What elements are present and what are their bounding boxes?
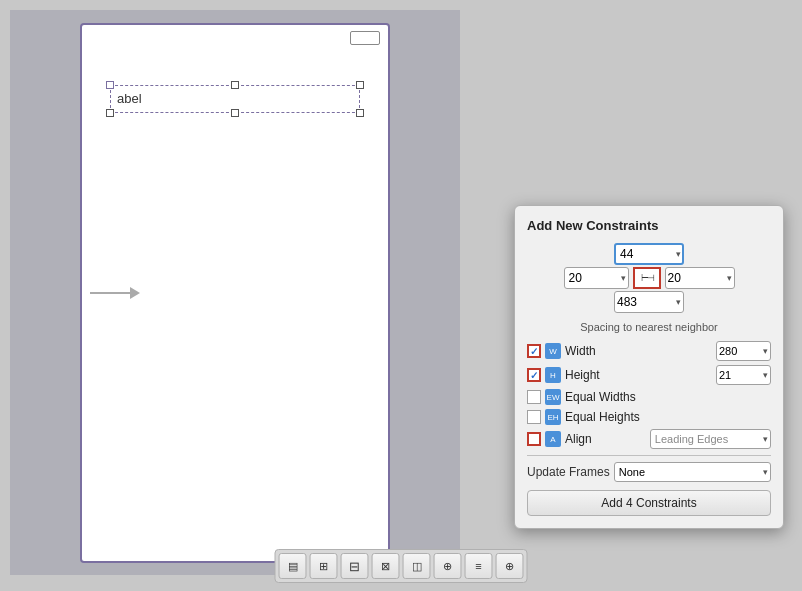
- equal-heights-label: Equal Heights: [565, 410, 771, 424]
- toolbar-btn-1[interactable]: ▤: [279, 553, 307, 579]
- toolbar-icon-6: ⊕: [443, 560, 452, 573]
- constraints-panel: Add New Constraints ⊢⊣ 20 483: [514, 205, 784, 529]
- align-select[interactable]: Leading Edges: [650, 429, 771, 449]
- spacing-left-input[interactable]: [564, 267, 629, 289]
- toolbar-icon-5: ◫: [412, 560, 422, 573]
- equal-widths-label: Equal Widths: [565, 390, 771, 404]
- label-text: abel: [117, 91, 142, 106]
- toolbar-btn-7[interactable]: ≡: [465, 553, 493, 579]
- toolbar-icon-1: ▤: [288, 560, 298, 573]
- height-checkbox[interactable]: [527, 368, 541, 382]
- equal-heights-checkbox[interactable]: [527, 410, 541, 424]
- update-frames-label: Update Frames: [527, 465, 610, 479]
- height-icon: H: [545, 367, 561, 383]
- update-frames-row: Update Frames None: [527, 462, 771, 482]
- spacing-bottom-select[interactable]: 483: [614, 291, 684, 313]
- constraint-height-row: H Height 21: [527, 365, 771, 385]
- constraint-equal-widths-row: EW Equal Widths: [527, 389, 771, 405]
- align-label: Align: [565, 432, 646, 446]
- panel-title: Add New Constraints: [527, 218, 771, 233]
- toolbar-btn-3[interactable]: ⊟: [341, 553, 369, 579]
- toolbar-btn-6[interactable]: ⊕: [434, 553, 462, 579]
- align-row: A Align Leading Edges: [527, 429, 771, 449]
- handle-bm: [231, 109, 239, 117]
- handle-tl: [106, 81, 114, 89]
- height-value-select[interactable]: 21: [716, 365, 771, 385]
- height-label: Height: [565, 368, 712, 382]
- width-checkbox[interactable]: [527, 344, 541, 358]
- spacing-top-input[interactable]: [614, 243, 684, 265]
- toolbar-btn-4[interactable]: ⊠: [372, 553, 400, 579]
- arrow-head: [130, 287, 140, 299]
- spacing-widget: ⊢⊣ 20 483: [527, 243, 771, 315]
- handle-tm: [231, 81, 239, 89]
- toolbar-icon-4: ⊠: [381, 560, 390, 573]
- equal-widths-icon: EW: [545, 389, 561, 405]
- width-icon: W: [545, 343, 561, 359]
- handle-bl: [106, 109, 114, 117]
- spacing-center-icon: ⊢⊣: [633, 267, 661, 289]
- toolbar-icon-2: ⊞: [319, 560, 328, 573]
- constraint-equal-heights-row: EH Equal Heights: [527, 409, 771, 425]
- handle-br: [356, 109, 364, 117]
- spacing-label: Spacing to nearest neighbor: [527, 321, 771, 333]
- align-checkbox[interactable]: [527, 432, 541, 446]
- toolbar-icon-7: ≡: [475, 560, 481, 572]
- align-icon: A: [545, 431, 561, 447]
- toolbar-btn-8[interactable]: ⊕: [496, 553, 524, 579]
- width-value-select[interactable]: 280: [716, 341, 771, 361]
- label-element[interactable]: abel: [110, 85, 360, 113]
- update-frames-select[interactable]: None: [614, 462, 771, 482]
- equal-heights-icon: EH: [545, 409, 561, 425]
- toolbar-icon-3: ⊟: [349, 559, 360, 574]
- handle-tr: [356, 81, 364, 89]
- toolbar-btn-5[interactable]: ◫: [403, 553, 431, 579]
- divider: [527, 455, 771, 456]
- width-label: Width: [565, 344, 712, 358]
- spacing-right-select[interactable]: 20: [665, 267, 735, 289]
- equal-widths-checkbox[interactable]: [527, 390, 541, 404]
- constraint-width-row: W Width 280: [527, 341, 771, 361]
- toolbar-btn-2[interactable]: ⊞: [310, 553, 338, 579]
- toolbar-icon-8: ⊕: [505, 560, 514, 573]
- add-constraints-button[interactable]: Add 4 Constraints: [527, 490, 771, 516]
- bottom-toolbar: ▤ ⊞ ⊟ ⊠ ◫ ⊕ ≡ ⊕: [275, 549, 528, 583]
- arrow: [90, 287, 140, 299]
- arrow-line: [90, 292, 130, 294]
- canvas-area: abel: [10, 10, 460, 575]
